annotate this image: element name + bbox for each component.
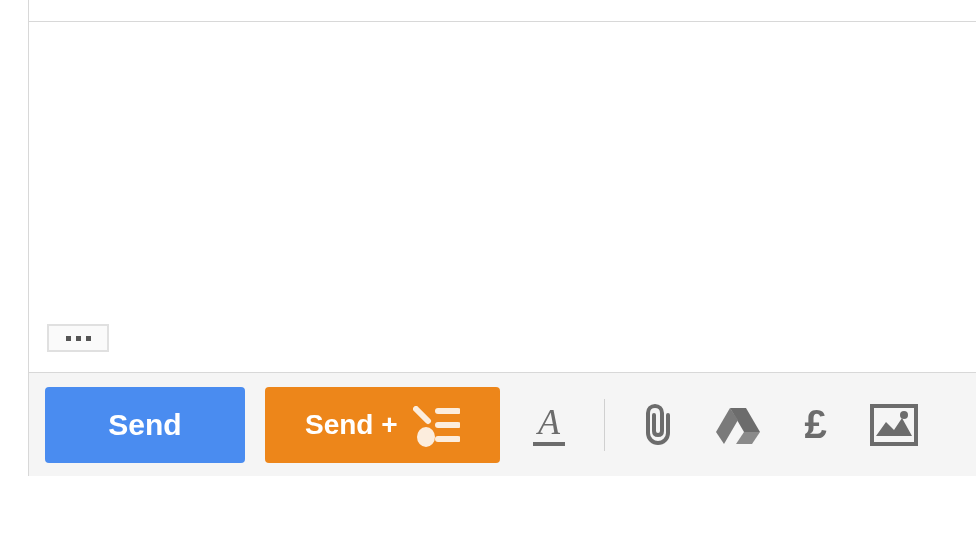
ellipsis-icon <box>66 336 71 341</box>
svg-text:A: A <box>536 402 561 442</box>
insert-drive-button[interactable] <box>709 396 767 454</box>
send-button-label: Send <box>108 408 181 442</box>
compose-header-strip <box>29 0 976 22</box>
attach-file-button[interactable] <box>631 396 689 454</box>
show-trimmed-button[interactable] <box>47 324 109 352</box>
compose-body[interactable] <box>29 22 976 372</box>
format-icon: A <box>529 402 569 448</box>
insert-money-button[interactable]: £ <box>787 396 845 454</box>
svg-rect-6 <box>872 406 916 444</box>
compose-window: Send Send + A <box>28 0 976 476</box>
toolbar-divider <box>604 399 605 451</box>
svg-point-7 <box>900 411 908 419</box>
send-plus-button[interactable]: Send + <box>265 387 500 463</box>
ellipsis-icon <box>76 336 81 341</box>
svg-point-0 <box>417 427 435 447</box>
ellipsis-icon <box>86 336 91 341</box>
drive-icon <box>714 404 762 446</box>
pound-icon: £ <box>804 402 826 447</box>
attachment-icon <box>643 403 677 447</box>
image-icon <box>870 404 918 446</box>
insert-image-button[interactable] <box>865 396 923 454</box>
mic-off-icon <box>408 401 460 449</box>
format-text-button[interactable]: A <box>520 396 578 454</box>
compose-toolbar: Send Send + A <box>29 372 976 476</box>
send-button[interactable]: Send <box>45 387 245 463</box>
send-plus-label: Send + <box>305 409 398 441</box>
